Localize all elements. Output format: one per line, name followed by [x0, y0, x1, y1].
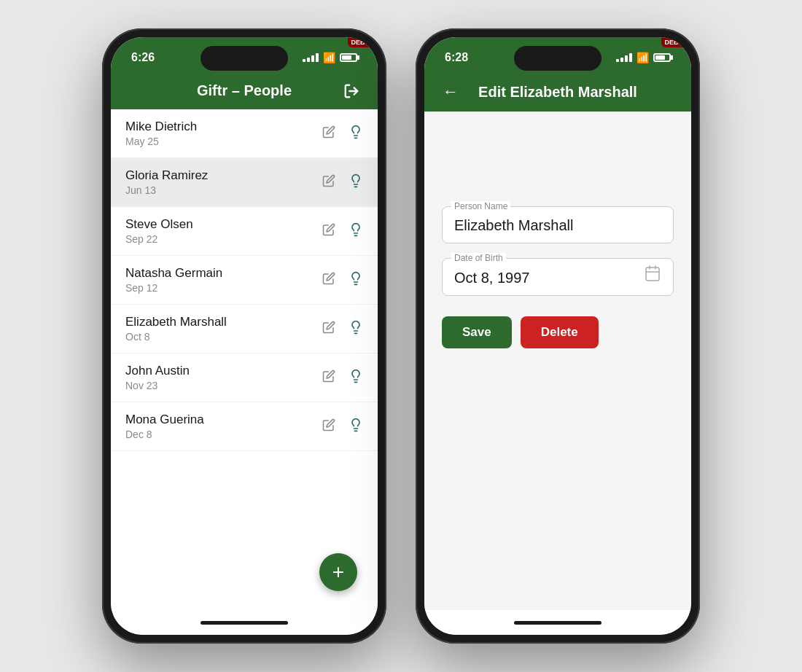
people-list: Mike Dietrich May 25 Gloria Ramirez Jun … [111, 109, 378, 610]
add-person-button[interactable]: + [319, 553, 357, 591]
debug-badge-2: DEBUG [661, 37, 691, 47]
person-date-5: Nov 23 [125, 380, 322, 391]
dynamic-island-1 [200, 46, 288, 71]
status-icons-2: 📶 DEBUG [616, 52, 671, 63]
signal-icon-1 [303, 53, 319, 62]
person-name-6: Mona Guerina [125, 413, 322, 427]
app-header-2: ← Edit Elizabeth Marshall [424, 74, 691, 112]
person-info-3: Natasha Germain Sep 12 [125, 266, 322, 294]
ideas-icon-1[interactable] [349, 173, 363, 192]
ideas-icon-4[interactable] [349, 320, 363, 338]
status-time-2: 6:28 [445, 51, 468, 64]
status-time-1: 6:26 [131, 51, 155, 64]
person-name-3: Natasha Germain [125, 266, 322, 281]
list-item: Gloria Ramirez Jun 13 [111, 158, 378, 207]
person-info-5: John Austin Nov 23 [125, 364, 322, 391]
home-indicator-2 [424, 610, 691, 635]
person-info-0: Mike Dietrich May 25 [125, 120, 322, 147]
signal-icon-2 [616, 53, 632, 62]
name-input-group[interactable]: Person Name Elizabeth Marshall [442, 206, 674, 243]
dob-row: Oct 8, 1997 [454, 265, 661, 286]
debug-badge-1: DEBUG [348, 37, 378, 47]
edit-icon-2[interactable] [322, 223, 335, 240]
save-button[interactable]: Save [442, 316, 512, 348]
person-info-1: Gloria Ramirez Jun 13 [125, 168, 322, 196]
battery-icon-2 [653, 53, 671, 62]
edit-icon-4[interactable] [322, 321, 335, 337]
person-date-2: Sep 22 [125, 233, 322, 245]
phone-1: 6:26 📶 DEBUG Giftr – People [102, 28, 386, 644]
ideas-icon-3[interactable] [349, 271, 363, 289]
person-name-2: Steve Olsen [125, 217, 322, 232]
edit-icon-0[interactable] [322, 125, 335, 142]
form-spacer [442, 133, 674, 192]
person-date-0: May 25 [125, 136, 322, 147]
person-name-5: John Austin [125, 364, 322, 378]
ideas-icon-6[interactable] [349, 418, 363, 436]
wifi-icon-1: 📶 [323, 52, 335, 63]
person-date-3: Sep 12 [125, 282, 322, 294]
ideas-icon-2[interactable] [349, 222, 363, 241]
list-item: Mona Guerina Dec 8 [111, 402, 378, 451]
person-name-0: Mike Dietrich [125, 120, 322, 134]
person-actions-0 [322, 125, 363, 143]
person-actions-2 [322, 222, 363, 241]
phone-2: 6:28 📶 DEBUG ← Edit Elizabeth Marshall [416, 28, 700, 644]
edit-icon-1[interactable] [322, 174, 335, 191]
person-date-4: Oct 8 [125, 331, 322, 343]
person-name-1: Gloria Ramirez [125, 168, 322, 183]
person-actions-3 [322, 271, 363, 289]
ideas-icon-5[interactable] [349, 369, 363, 387]
person-info-2: Steve Olsen Sep 22 [125, 217, 322, 245]
svg-rect-15 [646, 267, 659, 281]
person-info-6: Mona Guerina Dec 8 [125, 413, 322, 440]
wifi-icon-2: 📶 [636, 52, 649, 63]
edit-icon-5[interactable] [322, 370, 335, 386]
status-bar-1: 6:26 📶 DEBUG [111, 37, 378, 74]
status-bar-2: 6:28 📶 DEBUG [424, 37, 691, 74]
edit-form: Person Name Elizabeth Marshall Date of B… [424, 112, 691, 610]
edit-icon-6[interactable] [322, 418, 335, 435]
dynamic-island-2 [514, 46, 602, 71]
back-button[interactable]: ← [439, 82, 462, 101]
dob-field[interactable]: Oct 8, 1997 [454, 270, 529, 286]
person-name-4: Elizabeth Marshall [125, 315, 322, 329]
person-info-4: Elizabeth Marshall Oct 8 [125, 315, 322, 343]
list-item: Mike Dietrich May 25 [111, 109, 378, 158]
person-date-1: Jun 13 [125, 184, 322, 196]
status-icons-1: 📶 DEBUG [303, 52, 357, 63]
person-date-6: Dec 8 [125, 429, 322, 440]
calendar-icon[interactable] [644, 265, 661, 286]
edit-icon-3[interactable] [322, 272, 335, 289]
form-buttons: Save Delete [442, 316, 674, 348]
home-indicator-1 [111, 610, 378, 635]
list-item: John Austin Nov 23 [111, 353, 378, 402]
ideas-icon-0[interactable] [349, 125, 363, 143]
list-item: Elizabeth Marshall Oct 8 [111, 305, 378, 353]
dob-label: Date of Birth [451, 253, 506, 263]
person-actions-6 [322, 418, 363, 436]
name-field[interactable]: Elizabeth Marshall [454, 217, 661, 234]
delete-button[interactable]: Delete [521, 316, 599, 348]
person-actions-5 [322, 369, 363, 387]
battery-icon-1 [340, 53, 357, 62]
dob-input-group[interactable]: Date of Birth Oct 8, 1997 [442, 258, 674, 296]
name-label: Person Name [451, 201, 510, 211]
list-item: Steve Olsen Sep 22 [111, 207, 378, 256]
person-actions-4 [322, 320, 363, 338]
person-actions-1 [322, 173, 363, 192]
app-title-2: Edit Elizabeth Marshall [462, 84, 653, 101]
app-title-1: Giftr – People [149, 82, 340, 99]
app-header-1: Giftr – People [111, 74, 378, 109]
logout-button[interactable] [340, 83, 363, 99]
list-item: Natasha Germain Sep 12 [111, 256, 378, 305]
